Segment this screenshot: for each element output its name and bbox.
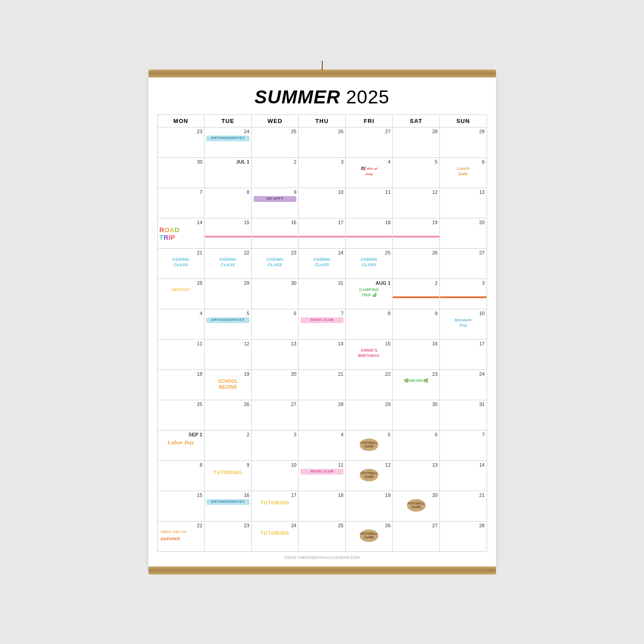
day-number: 6 (442, 159, 485, 165)
day-number: 30 (394, 402, 438, 407)
table-cell: 18 (345, 218, 393, 249)
table-cell: 27 (345, 127, 393, 158)
table-cell: 17 (439, 340, 487, 370)
table-cell: 31 (299, 279, 346, 309)
table-cell: 26 (205, 400, 252, 431)
day-number: AUG 1 (348, 280, 391, 286)
event-book-club: BOOK CLUB (300, 469, 344, 474)
day-number: 28 (442, 523, 485, 529)
event-museum: MuseumTrip (442, 317, 485, 328)
table-cell: 15ANNIE'SBIRTHDAY (345, 340, 393, 370)
event-tutoring: TUTORING (254, 499, 297, 506)
table-cell: 19 (345, 491, 393, 521)
table-cell: 20FOOTBALL GAME (393, 491, 440, 521)
hanger-bottom (148, 566, 496, 574)
calendar-title: SUMMER 2025 (157, 86, 487, 108)
day-number: 25 (254, 129, 297, 135)
day-number: 24 (206, 129, 250, 135)
day-number: 21 (442, 492, 485, 498)
day-number: 23 (206, 523, 250, 529)
table-cell: 4 (157, 309, 205, 340)
table-row: 25262728293031 (157, 400, 487, 431)
table-cell: 27 (251, 400, 299, 431)
day-number: 31 (300, 280, 344, 286)
day-number: 29 (442, 129, 485, 135)
day-number: 7 (442, 432, 485, 438)
day-number: 20 (442, 220, 485, 226)
table-cell: 23🌿HIKING🌿 (393, 370, 440, 400)
table-cell: 2 (251, 158, 299, 188)
table-cell: 13 (439, 188, 487, 218)
day-number: 25 (160, 402, 203, 407)
table-cell: 13 (251, 340, 299, 370)
day-number: 31 (442, 402, 485, 407)
table-cell: 3 (251, 431, 299, 461)
day-number: 22 (206, 250, 250, 256)
table-cell: 25CODINGCLASS (345, 249, 393, 279)
header-wed: WED (251, 115, 299, 127)
table-cell: 8 (157, 461, 205, 491)
day-number: 2 (394, 280, 438, 286)
pink-line-event (205, 236, 251, 238)
day-number: 4 (300, 432, 344, 438)
day-number: 23 (394, 371, 438, 377)
table-cell: 13 (393, 461, 440, 491)
table-cell: 21 (299, 370, 346, 400)
table-cell: 24TUTORING (251, 521, 299, 552)
table-cell: 12 (393, 188, 440, 218)
table-cell: 10 (299, 188, 346, 218)
table-row: 30JUL 1234🇺🇸 4th ofJuly56LunchDate (157, 158, 487, 188)
table-cell: 29 (205, 279, 252, 309)
day-number: 2 (206, 432, 250, 438)
day-number: 20 (254, 371, 297, 377)
title-year: 2025 (346, 86, 389, 107)
table-cell: 23CODINGCLASS (251, 249, 299, 279)
header-sun: SUN (439, 115, 487, 127)
table-cell: 11 (157, 340, 205, 370)
table-row: 89TUTORING1011BOOK CLUB12FOOTBALL GAME13… (157, 461, 487, 491)
table-cell: 25 (299, 521, 346, 552)
day-number: 18 (348, 220, 391, 226)
day-number: 10 (300, 189, 344, 195)
table-cell: 19SCHOOLBEGINS (205, 370, 252, 400)
table-row: 2324ORTHODONTIST2526272829 (157, 127, 487, 158)
table-cell: 30 (393, 400, 440, 431)
day-number: 8 (160, 462, 203, 468)
day-number: SEP 1 (160, 432, 203, 438)
event-coding: CODINGCLASS (348, 257, 391, 268)
day-number: 21 (160, 250, 203, 256)
table-cell: 11 (345, 188, 393, 218)
event-july4: 🇺🇸 4th ofJuly (348, 166, 391, 177)
day-number: 10 (442, 311, 485, 316)
day-number: 5 (394, 159, 438, 165)
day-number: 4 (348, 159, 391, 165)
table-cell: 15 (205, 218, 252, 249)
event-coding: CODINGCLASS (206, 257, 250, 268)
event-coding: CODINGCLASS (254, 257, 297, 268)
day-number: 11 (348, 189, 391, 195)
title-bold: SUMMER (254, 86, 340, 107)
day-number: 9 (394, 311, 438, 316)
hanger-top (148, 70, 496, 78)
event-football: FOOTBALL GAME (360, 439, 378, 451)
table-cell: 2 (393, 279, 440, 309)
table-cell: 17TUTORING (251, 491, 299, 521)
table-cell: 10MuseumTrip (439, 309, 487, 340)
day-number: 11 (160, 341, 203, 347)
table-cell: 3 (439, 279, 487, 309)
table-row: 45ORTHODONTIST67BOOK CLUB8910MuseumTrip (157, 309, 487, 340)
event-coding: CODINGCLASS (300, 257, 344, 268)
table-cell: 23 (205, 521, 252, 552)
day-number: 30 (254, 280, 297, 286)
pink-line-event (346, 236, 393, 238)
table-cell: 9DR APPT (251, 188, 299, 218)
day-number: 26 (394, 250, 438, 256)
table-cell: 10 (251, 461, 299, 491)
table-cell: 28 (393, 127, 440, 158)
table-cell: 19 (393, 218, 440, 249)
table-cell: 16 (251, 218, 299, 249)
table-cell: 28 (299, 400, 346, 431)
table-cell: 22FIRST DAY OFautumn (157, 521, 205, 552)
day-number: 30 (160, 159, 203, 165)
day-number: 12 (348, 462, 391, 468)
